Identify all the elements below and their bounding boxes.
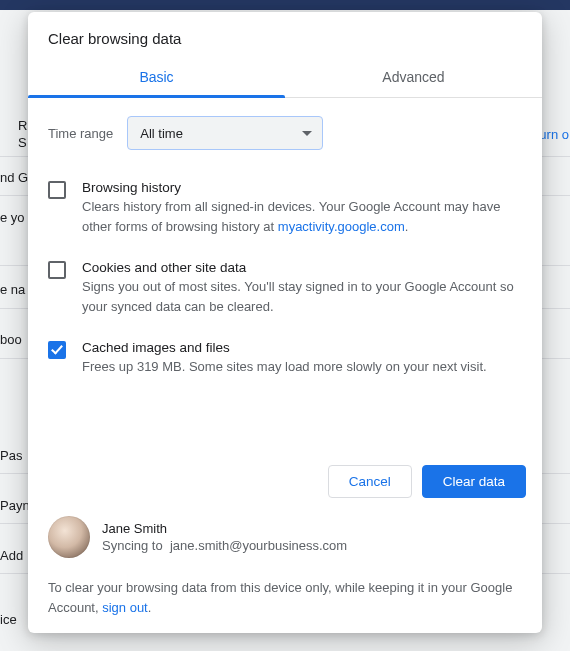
bg-text: Payn xyxy=(0,498,30,513)
bg-text: nd G xyxy=(0,170,28,185)
option-title: Browsing history xyxy=(82,180,522,195)
option-description: Signs you out of most sites. You'll stay… xyxy=(82,277,522,316)
footer-text: To clear your browsing data from this de… xyxy=(28,562,542,633)
cancel-button[interactable]: Cancel xyxy=(328,465,412,498)
myactivity-link[interactable]: myactivity.google.com xyxy=(278,219,405,234)
user-row: Jane Smith Syncing to jane.smith@yourbus… xyxy=(28,512,542,562)
bg-text: S xyxy=(18,135,27,150)
bg-text: Add xyxy=(0,548,23,563)
clear-data-button[interactable]: Clear data xyxy=(422,465,526,498)
dialog-buttons: Cancel Clear data xyxy=(28,453,542,512)
checkbox-cached[interactable] xyxy=(48,341,66,359)
clear-browsing-data-dialog: Clear browsing data Basic Advanced Time … xyxy=(28,12,542,633)
option-description: Clears history from all signed-in device… xyxy=(82,197,522,236)
option-cookies: Cookies and other site data Signs you ou… xyxy=(48,248,522,328)
user-sync-status: Syncing to jane.smith@yourbusiness.com xyxy=(102,538,347,553)
time-range-value: All time xyxy=(140,126,183,141)
sign-out-link[interactable]: sign out xyxy=(102,600,148,615)
checkbox-browsing-history[interactable] xyxy=(48,181,66,199)
bg-text: e yo xyxy=(0,210,25,225)
header-bar xyxy=(0,0,570,10)
chevron-down-icon xyxy=(302,131,312,136)
bg-text: ice xyxy=(0,612,17,627)
bg-text: boo xyxy=(0,332,22,347)
tab-advanced[interactable]: Advanced xyxy=(285,57,542,97)
tab-basic[interactable]: Basic xyxy=(28,57,285,97)
time-range-select[interactable]: All time xyxy=(127,116,323,150)
option-description: Frees up 319 MB. Some sites may load mor… xyxy=(82,357,522,377)
bg-text: Pas xyxy=(0,448,22,463)
user-name: Jane Smith xyxy=(102,521,347,536)
option-cached: Cached images and files Frees up 319 MB.… xyxy=(48,328,522,389)
option-title: Cached images and files xyxy=(82,340,522,355)
avatar xyxy=(48,516,90,558)
checkbox-cookies[interactable] xyxy=(48,261,66,279)
option-browsing-history: Browsing history Clears history from all… xyxy=(48,168,522,248)
tab-bar: Basic Advanced xyxy=(28,57,542,98)
option-title: Cookies and other site data xyxy=(82,260,522,275)
bg-text: e na xyxy=(0,282,25,297)
time-range-label: Time range xyxy=(48,126,113,141)
bg-text: R xyxy=(18,118,27,133)
dialog-title: Clear browsing data xyxy=(28,12,542,57)
